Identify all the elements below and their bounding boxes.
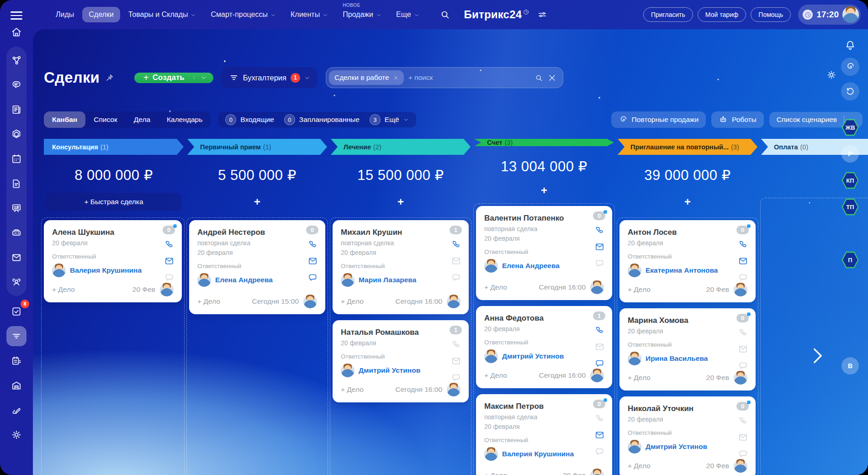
responsible-avatar[interactable] [341,364,355,377]
add-activity-link[interactable]: + Дело [628,285,651,294]
responsible-link[interactable]: Мария Лазарева [359,276,416,284]
responsible-avatar[interactable] [628,440,641,454]
topnav-item-2[interactable]: Товары и Склады [122,7,203,22]
rail-avatar-11[interactable] [842,410,859,428]
deal-title[interactable]: Анна Федотова [484,314,582,323]
responsible-avatar[interactable] [628,352,641,365]
chat-icon[interactable] [451,372,461,383]
quick-add-button[interactable]: + [333,193,469,211]
deal-card[interactable]: 1Анна Федотова20 февраляОтветственныйДми… [476,306,612,388]
responsible-avatar[interactable] [197,273,211,287]
deal-avatar[interactable] [590,280,604,294]
mail-icon[interactable] [738,256,748,266]
sidebar-item-drive[interactable] [6,223,26,243]
phone-icon[interactable] [594,325,605,336]
responsible-link[interactable]: Екатерина Антонова [646,266,718,274]
column-header[interactable]: Счет(3) [474,139,614,146]
deal-card[interactable]: 0Алена Шукшина20 февраляОтветственныйВал… [44,220,182,302]
phone-icon[interactable] [451,239,461,250]
deal-title[interactable]: Валентин Потапенко [484,214,582,223]
add-activity-link[interactable]: + Дело [628,462,651,470]
sidebar-item-share[interactable] [6,50,26,70]
funnel-filter-chip[interactable]: Бухгалтерия 1 [222,67,318,88]
topbar-button-2[interactable]: Помощь [751,7,791,22]
rail-avatar-7[interactable] [842,304,859,322]
time-pill[interactable]: 17:20 [798,5,861,25]
sidebar-item-tasks[interactable]: 8 [6,301,26,322]
topnav-item-6[interactable]: Еще [390,7,426,22]
deal-title[interactable]: Алена Шукшина [52,228,152,237]
deal-card[interactable]: 0Николай Уточкин20 февраляОтветственныйД… [619,396,756,475]
search-bar[interactable]: Сделки в работе [326,67,563,88]
deal-title[interactable]: Андрей Нестеров [197,228,295,237]
quick-add-button[interactable]: + Быстрая сделка [46,193,182,211]
phone-icon[interactable] [594,413,605,424]
mail-icon[interactable] [164,256,175,266]
deal-avatar[interactable] [734,459,747,473]
add-activity-link[interactable]: + Дело [484,471,507,475]
responsible-link[interactable]: Ирина Васильева [646,354,708,363]
sidebar-item-feed[interactable] [6,100,26,120]
sliders-icon[interactable] [537,10,547,20]
responsible-link[interactable]: Валерия Крушинина [70,266,142,274]
sidebar-item-mail[interactable] [6,248,26,268]
responsible-avatar[interactable] [52,264,66,277]
quick-add-button[interactable]: + [189,193,325,211]
chat-icon[interactable] [738,449,748,459]
add-activity-link[interactable]: + Дело [341,385,364,394]
deal-title[interactable]: Марина Хомова [628,316,725,325]
board-scroll-right-chevron-icon[interactable] [810,345,826,366]
topnav-item-1[interactable]: Сделки [82,7,120,22]
chat-icon[interactable] [451,272,461,283]
responsible-avatar[interactable] [341,273,355,287]
user-hexagon-avatar[interactable]: ЖВ [842,119,859,136]
rail-avatar-8[interactable] [842,331,859,348]
topbar-button-1[interactable]: Мой тариф [698,7,746,22]
topnav-item-3[interactable]: Смарт-процессы [204,7,282,22]
mail-icon[interactable] [594,430,605,440]
close-icon[interactable] [548,74,556,82]
tab-1[interactable]: Список [85,111,126,128]
column-dropzone[interactable]: 0Антон Лосев20 февраляОтветственныйЕкате… [617,217,758,475]
deal-title[interactable]: Наталья Ромашкова [341,328,439,337]
deal-avatar[interactable] [160,283,174,296]
rail-avatar-1[interactable]: Р [842,145,859,163]
mail-icon[interactable] [307,256,318,266]
sidebar-item-whiteboard[interactable] [6,198,26,218]
responsible-avatar[interactable] [484,349,498,363]
create-dropdown-chevron-icon[interactable] [194,73,213,83]
sidebar-item-crm[interactable] [6,326,26,346]
mail-icon[interactable] [594,242,605,252]
deal-card[interactable]: 0Андрей Нестеровповторная сделка20 февра… [189,220,325,314]
sidebar-item-warehouse[interactable] [6,375,26,396]
sidebar-item-calendar[interactable] [6,149,26,169]
responsible-link[interactable]: Елена Андреева [502,262,560,270]
rail-avatar-9[interactable]: В [842,357,859,375]
counter-2[interactable]: 3Ещё [370,114,409,125]
add-activity-link[interactable]: + Дело [484,371,507,380]
deal-title[interactable]: Михаил Крушин [341,228,439,237]
add-activity-link[interactable]: + Дело [628,374,651,382]
quick-add-button[interactable]: + [476,184,612,197]
search-icon[interactable] [535,74,543,82]
action-button-0[interactable]: Повторные продажи [611,111,706,128]
deal-title[interactable]: Антон Лосев [628,228,725,237]
column-dropzone[interactable]: 0Алена Шукшина20 февраляОтветственныйВал… [41,217,185,475]
responsible-link[interactable]: Валерия Крушинина [502,450,574,458]
column-header[interactable]: Приглашение на повторный...(3) [618,139,757,155]
deal-avatar[interactable] [590,369,604,382]
responsible-avatar[interactable] [628,264,641,277]
deal-avatar[interactable] [734,371,747,385]
responsible-link[interactable]: Дмитрий Устинов [502,352,564,360]
user-avatar[interactable] [842,6,859,23]
counter-0[interactable]: 0Входящие [225,114,274,125]
phone-icon[interactable] [307,239,318,250]
deal-title[interactable]: Николай Уточкин [628,404,725,413]
column-dropzone[interactable]: 1Михаил Крушинповторная сделка20 февраля… [330,217,471,475]
mail-icon[interactable] [738,432,748,443]
sidebar-item-people[interactable] [6,272,26,292]
chat-icon[interactable] [594,446,605,457]
search-filter-chip[interactable]: Сделки в работе [329,70,404,85]
quick-add-button[interactable]: + [619,193,756,211]
chat-icon[interactable] [307,272,318,283]
